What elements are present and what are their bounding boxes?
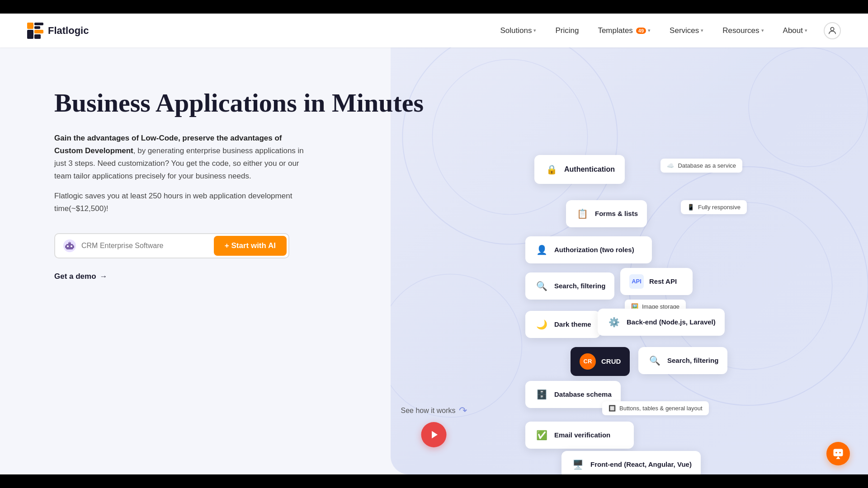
navbar: Flatlogic Solutions ▾ Pricing Templates … [0, 14, 868, 47]
svg-marker-21 [432, 431, 438, 439]
resources-chevron: ▾ [761, 28, 764, 33]
chatbot-button[interactable] [826, 442, 850, 465]
logo-icon [27, 23, 43, 39]
svg-rect-3 [27, 30, 33, 39]
user-icon[interactable] [824, 22, 841, 39]
dark-mode-icon: 🌙 [534, 317, 549, 332]
svg-rect-2 [34, 26, 40, 29]
responsive-icon: 📱 [687, 204, 694, 211]
hero-desc-bold: Gain the advantages of Low-Code, preserv… [54, 134, 282, 155]
nav-resources[interactable]: Resources ▾ [715, 23, 771, 39]
hero-savings: Flatlogic saves you at least 250 hours i… [54, 190, 307, 215]
authentication-label: Authentication [564, 165, 615, 174]
layout-icon: 🔲 [609, 405, 616, 412]
start-ai-button[interactable]: + Start with AI [214, 236, 287, 256]
svg-rect-19 [65, 245, 66, 248]
buttons-tables-card[interactable]: 🔲 Buttons, tables & general layout [602, 401, 709, 415]
svg-rect-22 [834, 449, 843, 456]
cloud-icon: ☁️ [667, 162, 674, 169]
dark-theme-card[interactable]: 🌙 Dark theme [525, 311, 600, 338]
search-input[interactable] [81, 242, 214, 250]
services-chevron: ▾ [701, 28, 703, 33]
logo[interactable]: Flatlogic [27, 23, 89, 39]
see-how-text-area: See how it works ↷ [401, 405, 467, 417]
search-icon: 🔍 [534, 279, 549, 293]
svg-point-15 [67, 245, 69, 247]
svg-rect-5 [34, 34, 41, 39]
forms-lists-card[interactable]: 📋 Forms & lists [566, 200, 647, 227]
nav-pricing[interactable]: Pricing [548, 23, 586, 39]
fully-responsive-card[interactable]: 📱 Fully responsive [681, 200, 747, 214]
see-how-label: See how it works [401, 407, 456, 415]
see-how-section: See how it works ↷ [401, 405, 467, 447]
templates-badge: 49 [636, 28, 646, 34]
backend-label: Back-end (Node.js, Laravel) [627, 318, 716, 326]
cards-container: 🔒 Authentication ☁️ Database as a servic… [507, 150, 751, 385]
nav-solutions[interactable]: Solutions ▾ [493, 23, 543, 39]
crud-label: CRUD [601, 357, 621, 365]
search-bar: + Start with AI [54, 233, 289, 258]
forms-icon: 📋 [575, 206, 590, 221]
database-service-label: Database as a service [678, 162, 736, 169]
email-verification-label: Email verification [554, 431, 610, 439]
authorization-card[interactable]: 👤 Authorization (two roles) [525, 236, 652, 263]
api-icon: API [629, 274, 644, 289]
hero-section: Business Applications in Minutes Gain th… [0, 47, 868, 474]
crud-icon: CR [580, 353, 596, 370]
user-roles-icon: 👤 [534, 243, 549, 257]
search-filtering-2-label: Search, filtering [667, 357, 718, 364]
backend-icon: ⚙️ [607, 315, 621, 329]
nav-links: Solutions ▾ Pricing Templates 49 ▾ Servi… [493, 23, 815, 39]
arrow-right-icon: → [100, 272, 108, 281]
database-schema-label: Database schema [554, 390, 612, 398]
frontend-label: Front-end (React, Angular, Vue) [590, 460, 692, 468]
svg-rect-1 [34, 23, 43, 25]
curved-arrow-icon: ↷ [459, 405, 467, 417]
about-chevron: ▾ [805, 28, 807, 33]
rest-api-label: Rest API [649, 277, 677, 285]
hero-content: Business Applications in Minutes Gain th… [0, 75, 477, 281]
play-icon [430, 430, 440, 440]
hero-title: Business Applications in Minutes [54, 88, 450, 118]
forms-lists-label: Forms & lists [595, 210, 638, 217]
dark-theme-label: Dark theme [554, 320, 591, 328]
backend-card[interactable]: ⚙️ Back-end (Node.js, Laravel) [598, 309, 725, 336]
svg-point-16 [71, 245, 72, 247]
search-filtering-label: Search, filtering [554, 282, 605, 290]
nav-services[interactable]: Services ▾ [662, 23, 711, 39]
svg-rect-4 [34, 30, 43, 33]
search-filtering-card[interactable]: 🔍 Search, filtering [525, 272, 614, 300]
buttons-tables-label: Buttons, tables & general layout [619, 405, 703, 412]
rest-api-card[interactable]: API Rest API [620, 268, 693, 295]
search-filtering-2-card[interactable]: 🔍 Search, filtering [638, 347, 727, 374]
authentication-card[interactable]: 🔒 Authentication [534, 155, 625, 184]
svg-point-18 [69, 241, 71, 243]
svg-point-24 [839, 452, 841, 454]
svg-point-23 [835, 452, 837, 454]
crud-card[interactable]: CR CRUD [571, 347, 630, 376]
play-button[interactable] [421, 422, 447, 447]
database-service-card[interactable]: ☁️ Database as a service [660, 159, 742, 173]
svg-point-6 [830, 27, 834, 30]
solutions-chevron: ▾ [533, 28, 536, 33]
nav-templates[interactable]: Templates 49 ▾ [590, 23, 658, 39]
chatbot-icon [832, 447, 844, 460]
get-demo-text: Get a demo [54, 272, 96, 281]
lock-icon: 🔒 [544, 162, 559, 177]
frontend-icon: 🖥️ [571, 457, 585, 472]
database-icon: 🗄️ [534, 387, 549, 402]
email-verification-card[interactable]: ✅ Email verification [525, 422, 634, 449]
filter-icon: 🔍 [647, 353, 662, 368]
svg-rect-20 [73, 245, 74, 248]
email-verify-icon: ✅ [534, 428, 549, 442]
nav-about[interactable]: About ▾ [776, 23, 815, 39]
hero-description: Gain the advantages of Low-Code, preserv… [54, 132, 307, 183]
svg-rect-0 [27, 23, 33, 29]
frontend-card[interactable]: 🖥️ Front-end (React, Angular, Vue) [561, 451, 701, 475]
authorization-label: Authorization (two roles) [554, 246, 634, 253]
ai-icon [62, 239, 77, 253]
templates-chevron: ▾ [648, 28, 651, 33]
logo-text: Flatlogic [48, 25, 89, 37]
fully-responsive-label: Fully responsive [698, 204, 741, 211]
get-demo-link[interactable]: Get a demo → [54, 272, 450, 281]
